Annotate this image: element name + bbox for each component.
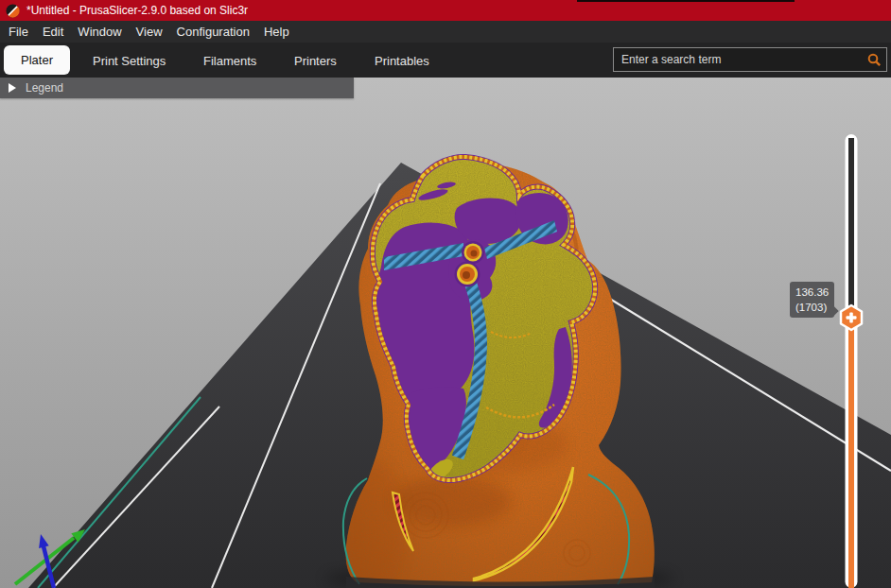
layer-slider-track-lower[interactable] [848,308,854,588]
prusaslicer-logo-icon [6,4,20,18]
search-box[interactable] [613,47,887,72]
legend-toggle[interactable]: Legend [0,78,354,98]
window-title: *Untitled - PrusaSlicer-2.9.0 based on S… [26,4,248,17]
menu-item-configuration[interactable]: Configuration [170,25,256,39]
menu-item-help[interactable]: Help [257,25,296,39]
search-input[interactable] [614,53,867,66]
tab-printables[interactable]: Printables [375,54,429,68]
tab-filaments[interactable]: Filaments [203,54,256,68]
menubar: File Edit Window View Configuration Help [0,21,891,43]
layer-number-value: (1703) [795,300,829,315]
menu-item-view[interactable]: View [130,25,169,39]
legend-label: Legend [26,81,63,95]
layer-tooltip: 136.36 (1703) [790,282,834,318]
tab-plater[interactable]: Plater [4,45,70,75]
titlebar[interactable]: *Untitled - PrusaSlicer-2.9.0 based on S… [0,0,891,21]
tab-printers[interactable]: Printers [294,54,337,68]
layer-slider-track-upper[interactable] [848,138,854,308]
menu-item-edit[interactable]: Edit [36,25,70,39]
prusaslicer-window: *Untitled - PrusaSlicer-2.9.0 based on S… [0,0,891,588]
tab-print-settings[interactable]: Print Settings [93,54,166,68]
legend-expand-icon[interactable] [9,83,16,93]
tabbar: Plater Print Settings Filaments Printers… [0,43,891,78]
search-icon[interactable] [867,53,882,67]
menu-item-window[interactable]: Window [71,25,128,39]
screen-notch [577,0,795,2]
menu-item-file[interactable]: File [2,25,35,39]
layer-height-value: 136.36 [795,285,829,300]
